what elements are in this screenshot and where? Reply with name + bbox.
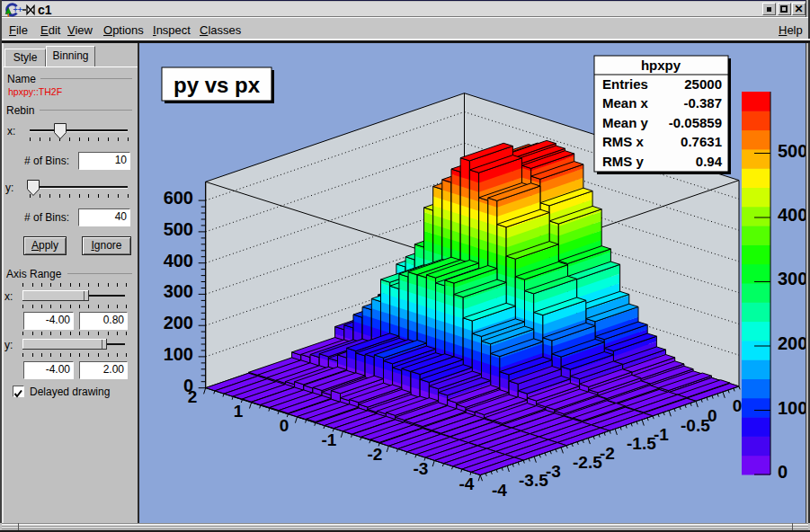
svg-text:-4: -4 <box>492 481 507 500</box>
svg-text:300: 300 <box>164 281 193 301</box>
svg-text:0.94: 0.94 <box>696 154 723 169</box>
svg-text:-3: -3 <box>546 462 561 481</box>
svg-text:Mean y: Mean y <box>602 115 649 130</box>
svg-text:0.7631: 0.7631 <box>681 134 722 149</box>
svg-text:hpxpy: hpxpy <box>641 58 681 73</box>
svg-text:RMS x: RMS x <box>602 134 645 149</box>
svg-text:-3.5: -3.5 <box>519 471 548 490</box>
svg-text:0: 0 <box>280 416 289 435</box>
svg-text:0: 0 <box>778 462 788 482</box>
svg-text:-2: -2 <box>600 444 615 463</box>
svg-text:500: 500 <box>778 141 806 161</box>
svg-text:100: 100 <box>778 398 806 418</box>
svg-text:200: 200 <box>164 313 193 332</box>
svg-text:py vs px: py vs px <box>174 73 261 97</box>
svg-text:200: 200 <box>778 333 806 353</box>
svg-text:300: 300 <box>778 269 806 288</box>
svg-text:0: 0 <box>733 396 743 415</box>
svg-text:600: 600 <box>164 188 193 208</box>
svg-text:-1: -1 <box>654 425 669 444</box>
svg-text:400: 400 <box>164 251 193 270</box>
svg-text:-0.05859: -0.05859 <box>669 115 722 130</box>
svg-text:-0.5: -0.5 <box>681 416 710 435</box>
svg-text:400: 400 <box>778 205 806 225</box>
svg-text:RMS y: RMS y <box>602 154 645 169</box>
svg-text:0: 0 <box>183 376 193 395</box>
svg-text:1: 1 <box>234 402 244 421</box>
svg-text:-4: -4 <box>459 474 475 493</box>
svg-text:Mean x: Mean x <box>602 95 649 111</box>
svg-text:Entries: Entries <box>602 76 648 92</box>
svg-text:++: ++ <box>13 5 23 14</box>
svg-text:-2: -2 <box>368 445 383 464</box>
svg-text:-3: -3 <box>414 459 429 478</box>
svg-text:-1: -1 <box>322 430 337 449</box>
svg-text:100: 100 <box>164 344 193 364</box>
svg-text:-1.5: -1.5 <box>627 434 656 453</box>
svg-text:-0.387: -0.387 <box>683 95 722 111</box>
svg-text:-2.5: -2.5 <box>573 453 602 472</box>
svg-text:25000: 25000 <box>684 76 722 92</box>
svg-text:500: 500 <box>164 219 193 239</box>
svg-text:0: 0 <box>708 406 717 425</box>
